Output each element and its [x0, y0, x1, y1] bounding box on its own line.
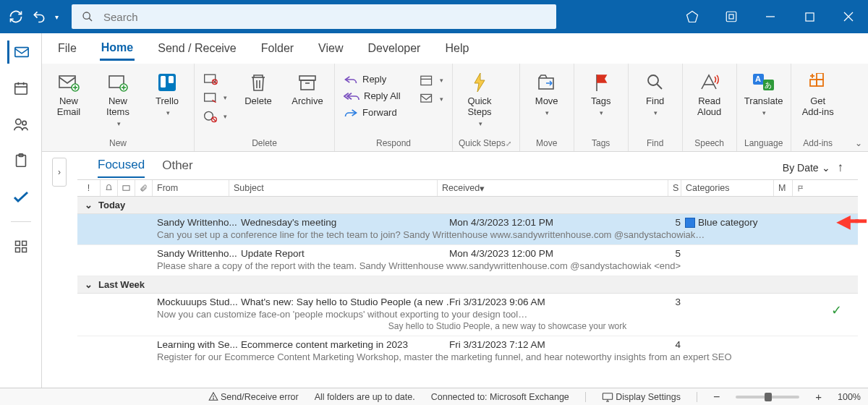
menu-send-receive[interactable]: Send / Receive — [156, 38, 238, 59]
warning-icon — [208, 391, 218, 401]
flag-complete-icon[interactable]: ✓ — [831, 302, 842, 318]
delete-button[interactable]: Delete — [237, 68, 279, 107]
zoom-thumb[interactable] — [765, 393, 772, 401]
svg-rect-57 — [817, 80, 823, 86]
col-importance[interactable]: ! — [77, 180, 101, 196]
ribbon-group-delete: Delete Archive Delete — [195, 64, 335, 151]
forward-button[interactable]: Forward — [341, 106, 409, 119]
section-lastweek[interactable]: ⌄Last Week — [77, 276, 858, 294]
menu-view[interactable]: View — [317, 38, 344, 59]
zoom-slider[interactable] — [736, 396, 799, 398]
zoom-level[interactable]: 100% — [838, 392, 861, 402]
ribbon-group-quicksteps: Quick Steps Quick Steps⤢ — [453, 64, 520, 151]
col-reminder[interactable] — [101, 180, 118, 196]
message-row[interactable]: Sandy Writtenho... Wednesday's meeting M… — [77, 214, 858, 245]
find-button[interactable]: Find — [634, 68, 676, 116]
read-aloud-button[interactable]: Read Aloud — [689, 68, 731, 118]
col-icon[interactable] — [118, 180, 135, 196]
message-list-panel: Focused Other By Date ⌄ ↑ ! From Subject… — [77, 152, 858, 388]
col-flag[interactable] — [793, 180, 809, 196]
more-apps-rail-icon[interactable] — [9, 235, 33, 258]
col-size[interactable]: S — [668, 180, 681, 196]
message-row[interactable]: Sandy Writtenho... Update Report Mon 4/3… — [77, 245, 858, 276]
minimize-button[interactable] — [751, 0, 790, 33]
premium-icon[interactable] — [673, 0, 712, 33]
addins-icon — [808, 71, 828, 94]
svg-point-14 — [22, 121, 26, 125]
ribbon-group-delete-label: Delete — [200, 137, 328, 150]
reply-all-icon — [344, 91, 359, 101]
zoom-out-button[interactable]: − — [713, 391, 720, 404]
message-row[interactable]: Learning with Se... Ecommerce content ma… — [77, 336, 858, 367]
lightning-icon — [472, 71, 488, 94]
search-input[interactable] — [103, 11, 546, 23]
tab-focused[interactable]: Focused — [98, 158, 145, 178]
message-row[interactable]: Mockuuups Stud... What's new: Say hello … — [77, 294, 858, 336]
junk-button[interactable] — [200, 108, 230, 124]
menu-developer[interactable]: Developer — [367, 38, 422, 59]
cleanup-button[interactable] — [200, 90, 230, 106]
undo-icon[interactable] — [30, 8, 48, 25]
trello-button[interactable]: Trello — [146, 68, 188, 116]
tasks-rail-icon[interactable] — [9, 149, 33, 172]
move-button[interactable]: Move — [526, 68, 568, 116]
col-attachment[interactable] — [135, 180, 153, 196]
translate-button[interactable]: Aあ Translate — [743, 68, 785, 116]
meeting-button[interactable] — [417, 72, 446, 88]
quick-steps-button[interactable]: Quick Steps — [459, 68, 501, 127]
tab-other[interactable]: Other — [162, 158, 193, 177]
menu-folder[interactable]: Folder — [260, 38, 295, 59]
close-button[interactable] — [829, 0, 868, 33]
ignore-button[interactable] — [200, 71, 230, 87]
refresh-icon[interactable] — [7, 8, 25, 25]
display-settings-button[interactable]: Display Settings — [602, 392, 681, 402]
search-box[interactable] — [72, 4, 556, 29]
quicksteps-launcher-icon[interactable]: ⤢ — [506, 140, 514, 148]
get-addins-button[interactable]: Get Add-ins — [797, 68, 839, 118]
menu-help[interactable]: Help — [443, 38, 470, 59]
new-items-button[interactable]: New Items — [97, 68, 139, 127]
msg-size: 3 — [608, 297, 681, 307]
folder-pane-toggle[interactable]: › — [52, 158, 67, 187]
svg-point-64 — [213, 398, 213, 399]
ribbon: New Email New Items Trello New Delete — [42, 64, 868, 152]
sort-by[interactable]: By Date ⌄ — [783, 162, 830, 174]
tags-button[interactable]: Tags — [580, 68, 622, 116]
status-error[interactable]: Send/Receive error — [208, 391, 299, 402]
col-received[interactable]: Received ▾ — [438, 180, 668, 196]
ribbon-group-respond-label: Respond — [341, 137, 446, 150]
zoom-in-button[interactable]: + — [815, 391, 822, 403]
col-mention[interactable]: M — [774, 180, 793, 196]
col-categories[interactable]: Categories — [681, 180, 774, 196]
todo-rail-icon[interactable] — [9, 185, 33, 208]
reply-button[interactable]: Reply — [341, 72, 409, 86]
svg-rect-20 — [22, 248, 26, 252]
msg-size: 5 — [608, 217, 681, 228]
sort-direction-icon[interactable]: ↑ — [838, 161, 844, 175]
col-from[interactable]: From — [153, 180, 229, 196]
menu-file[interactable]: File — [56, 38, 78, 59]
col-subject[interactable]: Subject — [229, 180, 438, 196]
chevron-down-icon: ⌄ — [85, 279, 93, 290]
search-icon — [82, 11, 93, 22]
column-headers: ! From Subject Received ▾ S Categories M — [77, 179, 858, 197]
coming-soon-icon[interactable] — [712, 0, 751, 33]
calendar-rail-icon[interactable] — [9, 77, 33, 100]
msg-received: Mon 4/3/2023 12:00 PM — [449, 248, 608, 259]
qat-customize-icon[interactable]: ▾ — [54, 13, 60, 21]
ribbon-group-language: Aあ Translate Language — [737, 64, 791, 151]
msg-from: Mockuuups Stud... — [157, 297, 241, 307]
share-to-teams-button[interactable] — [417, 91, 446, 107]
ribbon-group-respond: Reply Reply All Forward Respond — [335, 64, 453, 151]
people-rail-icon[interactable] — [9, 113, 33, 136]
maximize-button[interactable] — [790, 0, 829, 33]
reply-all-button[interactable]: Reply All — [341, 89, 409, 103]
ribbon-collapse-icon[interactable]: ⌄ — [855, 138, 862, 148]
section-today[interactable]: ⌄Today — [77, 197, 858, 214]
sort-desc-icon: ▾ — [480, 183, 485, 194]
msg-preview: Now you can customize face-on 'people mo… — [157, 309, 858, 320]
menu-home[interactable]: Home — [100, 37, 135, 61]
new-email-button[interactable]: New Email — [48, 68, 90, 118]
archive-button[interactable]: Archive — [286, 68, 328, 107]
mail-rail-icon[interactable] — [7, 40, 33, 64]
